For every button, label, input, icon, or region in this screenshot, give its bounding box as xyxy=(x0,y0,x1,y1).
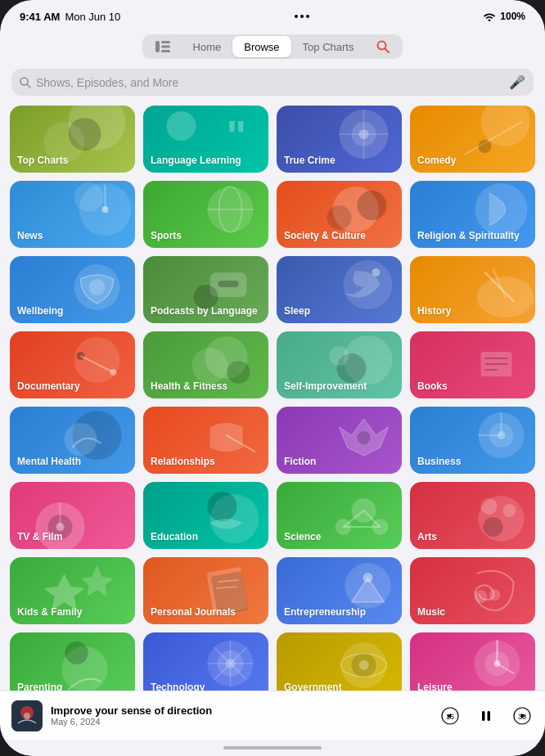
category-language-learning[interactable]: " Language Learning xyxy=(143,106,268,173)
category-comedy[interactable]: Comedy xyxy=(410,106,535,173)
category-society-culture[interactable]: Society & Culture xyxy=(277,181,402,248)
category-label: Fiction xyxy=(284,456,316,467)
svg-rect-3 xyxy=(161,50,170,52)
category-history[interactable]: History xyxy=(410,256,535,323)
category-leisure[interactable]: Leisure xyxy=(410,632,535,691)
category-technology[interactable]: Technology xyxy=(143,632,268,691)
category-wellbeing[interactable]: Wellbeing xyxy=(10,256,135,323)
svg-point-40 xyxy=(74,337,120,383)
svg-point-37 xyxy=(344,260,393,309)
mini-player-thumbnail xyxy=(11,700,43,731)
category-books[interactable]: Books xyxy=(410,331,535,398)
svg-point-47 xyxy=(344,335,393,385)
dot1 xyxy=(295,15,298,18)
svg-line-56 xyxy=(227,435,255,452)
svg-point-54 xyxy=(73,411,122,460)
category-self-improvement[interactable]: Self-Improvement xyxy=(277,331,402,398)
category-sleep[interactable]: Sleep xyxy=(277,256,402,323)
svg-point-13 xyxy=(340,110,389,159)
svg-point-67 xyxy=(210,494,259,543)
svg-point-88 xyxy=(489,589,501,601)
category-music[interactable]: Music xyxy=(410,557,535,624)
svg-point-68 xyxy=(208,492,237,521)
wifi-icon xyxy=(483,11,496,21)
pause-button[interactable] xyxy=(475,704,498,727)
svg-point-99 xyxy=(352,653,376,677)
nav-search-button[interactable] xyxy=(365,36,401,57)
svg-point-90 xyxy=(65,641,88,664)
nav-bar: Home Browse Top Charts xyxy=(0,29,545,64)
search-bar[interactable]: Shows, Episodes, and More 🎤 xyxy=(11,69,534,96)
category-documentary[interactable]: Documentary xyxy=(10,331,135,398)
category-label: Technology xyxy=(151,682,205,691)
dot2 xyxy=(300,15,304,18)
category-entrepreneurship[interactable]: Entrepreneurship xyxy=(277,557,402,624)
category-parenting[interactable]: Parenting xyxy=(10,632,135,691)
status-dots xyxy=(295,15,309,18)
status-icons: 100% xyxy=(483,11,525,22)
category-relationships[interactable]: Relationships xyxy=(143,407,268,474)
category-label: Kids & Family xyxy=(17,606,82,618)
category-health-fitness[interactable]: Health & Fitness xyxy=(143,331,268,398)
category-fiction[interactable]: Fiction xyxy=(277,407,402,474)
svg-line-42 xyxy=(81,356,114,372)
category-kids-family[interactable]: Kids & Family xyxy=(10,557,135,624)
svg-point-59 xyxy=(489,423,514,448)
category-podcasts-by-language[interactable]: Podcasts by Language xyxy=(143,256,268,323)
svg-point-89 xyxy=(62,646,108,691)
svg-point-41 xyxy=(77,352,85,360)
svg-point-65 xyxy=(56,523,65,531)
category-label: Science xyxy=(284,531,321,542)
svg-line-72 xyxy=(344,511,364,527)
category-education[interactable]: Education xyxy=(143,482,268,549)
category-label: Wellbeing xyxy=(17,305,63,317)
svg-line-96 xyxy=(214,647,247,680)
category-news[interactable]: News xyxy=(10,181,135,248)
nav-browse-button[interactable]: Browse xyxy=(232,36,291,57)
svg-point-100 xyxy=(359,660,369,670)
category-label: Relationships xyxy=(151,456,215,467)
home-indicator xyxy=(0,740,545,756)
category-label: History xyxy=(417,305,451,317)
svg-line-5 xyxy=(385,49,390,53)
home-indicator-bar xyxy=(223,746,322,749)
svg-point-45 xyxy=(192,348,228,384)
category-label: Health & Fitness xyxy=(151,380,227,392)
nav-sidebar-button[interactable] xyxy=(144,36,182,57)
category-arts[interactable]: Arts xyxy=(410,482,535,549)
microphone-icon[interactable]: 🎤 xyxy=(509,74,525,90)
svg-point-98 xyxy=(341,642,387,688)
home-label: Home xyxy=(193,41,222,53)
category-business[interactable]: Business xyxy=(410,407,535,474)
category-label: Podcasts by Language xyxy=(151,305,258,317)
category-government[interactable]: Government xyxy=(277,632,402,691)
rewind-button[interactable]: 15 xyxy=(439,704,462,727)
mini-player[interactable]: Improve your sense of direction May 6, 2… xyxy=(0,691,545,740)
category-religion-spirituality[interactable]: Religion & Spirituality xyxy=(410,181,535,248)
forward-button[interactable]: 30 xyxy=(511,704,534,727)
category-label: Entrepreneurship xyxy=(284,606,366,618)
category-tv-film[interactable]: TV & Film xyxy=(10,482,135,549)
svg-point-86 xyxy=(363,573,373,583)
category-true-crime[interactable]: True Crime xyxy=(277,106,402,173)
nav-home-button[interactable]: Home xyxy=(182,36,233,57)
category-label: Mental Health xyxy=(17,456,81,467)
status-bar: 9:41 AM Mon Jun 10 100% xyxy=(0,0,545,29)
category-top-charts[interactable]: Top Charts xyxy=(10,106,135,173)
category-personal-journals[interactable]: Personal Journals xyxy=(143,557,268,624)
category-mental-health[interactable]: Mental Health xyxy=(10,407,135,474)
category-label: TV & Film xyxy=(17,531,62,542)
svg-rect-113 xyxy=(488,711,491,721)
svg-line-7 xyxy=(27,84,30,88)
svg-point-29 xyxy=(358,191,387,220)
svg-rect-2 xyxy=(161,46,170,48)
category-science[interactable]: Science xyxy=(277,482,402,549)
category-label: Society & Culture xyxy=(284,230,366,241)
svg-point-58 xyxy=(479,412,525,458)
svg-point-70 xyxy=(336,519,352,535)
svg-line-84 xyxy=(217,587,237,588)
svg-point-69 xyxy=(352,498,376,523)
category-sports[interactable]: Sports xyxy=(143,181,268,248)
nav-top-charts-button[interactable]: Top Charts xyxy=(291,36,366,57)
dot3 xyxy=(306,15,309,18)
